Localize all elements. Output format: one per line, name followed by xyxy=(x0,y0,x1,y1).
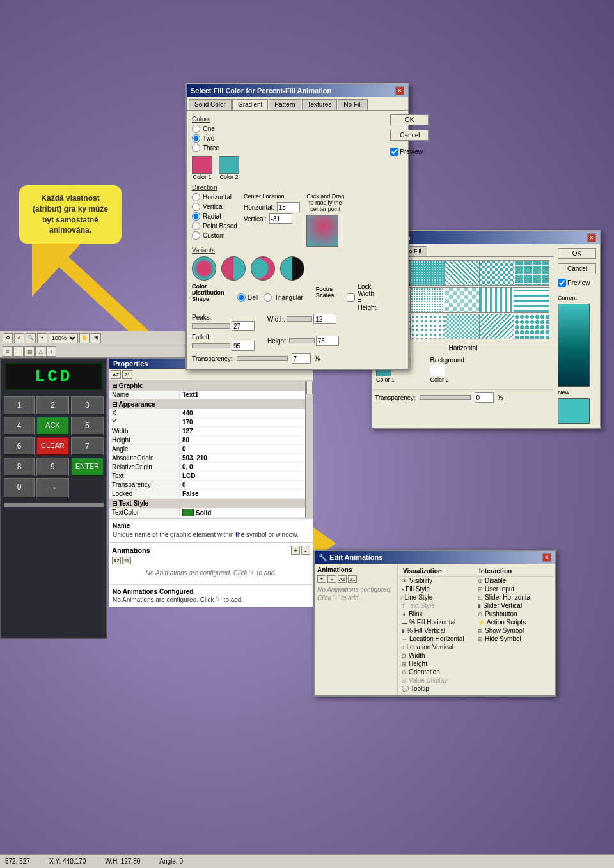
pat-13[interactable] xyxy=(445,314,480,339)
int-show[interactable]: ⊞ Show Symbol xyxy=(476,626,553,635)
lock-width-cb[interactable]: Lock Width = Height xyxy=(347,283,376,311)
tab-pattern[interactable]: Pattern xyxy=(269,99,301,110)
scroll-thumb[interactable] xyxy=(306,382,313,394)
vis-height[interactable]: ⊞ Height xyxy=(400,660,476,668)
pat-8[interactable] xyxy=(445,287,480,313)
vis-fill-v[interactable]: ▮ % Fill Vertical xyxy=(400,626,476,635)
fill-ok-btn[interactable]: OK xyxy=(390,114,429,125)
center-drag-preview[interactable] xyxy=(306,215,338,247)
tab-textures[interactable]: Textures xyxy=(302,99,338,110)
dir-vertical[interactable]: Vertical xyxy=(192,203,237,211)
anim-remove-btn[interactable]: - xyxy=(301,546,310,555)
anim-cancel-btn[interactable]: Cancel xyxy=(558,263,596,274)
align-btn-2[interactable]: ⫶ xyxy=(13,346,24,357)
key-ack[interactable]: ACK xyxy=(36,417,69,435)
edit-anim-close[interactable]: × xyxy=(542,553,551,562)
vis-loc-h[interactable]: ↔ Location Horizontal xyxy=(400,635,476,643)
section-text-style[interactable]: ⊟ Text Style xyxy=(109,499,313,508)
align-btn-3[interactable]: ▦ xyxy=(24,346,35,357)
falloff-input[interactable] xyxy=(232,341,255,351)
align-btn-5[interactable]: T xyxy=(46,346,56,357)
key-5[interactable]: 5 xyxy=(71,417,104,435)
anim-pattern-close[interactable]: × xyxy=(587,233,596,242)
key-2[interactable]: 2 xyxy=(36,396,69,415)
bell-radio[interactable]: Bell xyxy=(237,283,259,311)
vis-blink[interactable]: ★ Blink xyxy=(400,610,476,618)
tool-btn-3[interactable]: 🔍 xyxy=(26,333,36,343)
pat-15[interactable] xyxy=(514,314,549,339)
align-btn-1[interactable]: ≡ xyxy=(3,346,13,357)
peaks-input[interactable] xyxy=(232,321,255,331)
int-action[interactable]: ⚡ Action Scripts xyxy=(476,618,553,626)
vis-fill-h[interactable]: ▬ % Fill Horizontal xyxy=(400,618,476,626)
anim-transparency-input[interactable] xyxy=(475,392,494,403)
pat-3[interactable] xyxy=(445,260,480,286)
variant-1[interactable] xyxy=(192,256,216,281)
key-6[interactable]: 6 xyxy=(4,437,35,456)
section-appearance[interactable]: ⊟ Appearance xyxy=(109,399,313,409)
color1-swatch[interactable] xyxy=(192,156,212,174)
props-scrollbar[interactable] xyxy=(305,381,313,518)
pat-5[interactable] xyxy=(514,260,549,286)
dir-radial[interactable]: Radial xyxy=(192,212,237,221)
key-7[interactable]: 7 xyxy=(71,437,104,456)
height-input[interactable] xyxy=(316,336,339,346)
radio-two[interactable]: Two xyxy=(192,134,376,143)
variant-3[interactable] xyxy=(251,256,275,281)
tab-no-fill[interactable]: No Fill xyxy=(338,99,367,110)
int-slider-h[interactable]: ⊟ Slider Horizontal xyxy=(476,593,553,601)
int-slider-v[interactable]: ▮ Slider Vertical xyxy=(476,601,553,610)
vis-value-display[interactable]: ⊟ Value Display xyxy=(400,676,476,685)
tab-solid-color[interactable]: Solid Color xyxy=(189,99,232,110)
tab-gradient[interactable]: Gradient xyxy=(232,99,268,110)
horizontal-input[interactable] xyxy=(277,202,300,212)
tool-btn-4[interactable]: + xyxy=(37,333,47,343)
key-arrow[interactable]: → xyxy=(36,478,69,498)
zoom-select[interactable]: 100% xyxy=(49,333,78,343)
anim-preview-cb[interactable]: Preview xyxy=(558,279,590,287)
edit-anim-minus[interactable]: - xyxy=(327,575,336,583)
vis-tooltip[interactable]: 💬 Tooltip xyxy=(400,685,476,693)
vis-text-style[interactable]: T Text Style xyxy=(400,601,476,610)
key-9[interactable]: 9 xyxy=(36,458,69,476)
align-btn-4[interactable]: △ xyxy=(35,346,45,357)
key-1[interactable]: 1 xyxy=(4,396,35,415)
fill-dialog-close[interactable]: × xyxy=(395,86,404,95)
vis-width[interactable]: ⊡ Width xyxy=(400,651,476,660)
dir-point-based[interactable]: Point Based xyxy=(192,222,237,230)
peaks-slider[interactable] xyxy=(192,323,230,329)
int-hide[interactable]: ⊟ Hide Symbol xyxy=(476,635,553,643)
variant-2[interactable] xyxy=(221,256,246,281)
tool-btn-hand[interactable]: ✋ xyxy=(79,333,90,343)
anim-add-btn[interactable]: + xyxy=(291,546,300,555)
pat-9[interactable] xyxy=(479,287,515,313)
key-enter[interactable]: ENTER xyxy=(71,458,104,476)
height-slider[interactable] xyxy=(289,338,315,343)
edit-anim-add[interactable]: + xyxy=(317,575,326,583)
vis-fill-style[interactable]: ▪ Fill Style xyxy=(400,585,476,593)
tool-btn-grid[interactable]: ⊞ xyxy=(91,333,101,343)
falloff-slider[interactable] xyxy=(192,343,230,348)
anim-transparency-slider[interactable] xyxy=(420,395,471,400)
props-sort-az[interactable]: AZ xyxy=(111,370,121,379)
pat-4[interactable] xyxy=(479,260,515,286)
anim-ok-btn[interactable]: OK xyxy=(558,248,596,259)
variant-4[interactable] xyxy=(280,256,304,281)
color2-swatch[interactable] xyxy=(219,156,239,174)
anim-sort-21[interactable]: 21 xyxy=(122,557,131,564)
width-slider[interactable] xyxy=(287,316,312,322)
vis-line-style[interactable]: ∕ Line Style xyxy=(400,593,476,601)
section-graphic[interactable]: ⊟ Graphic xyxy=(109,381,313,391)
vis-orientation[interactable]: ⊙ Orientation xyxy=(400,668,476,676)
props-sort-num[interactable]: 21 xyxy=(122,370,132,379)
edit-anim-sort-az[interactable]: AZ xyxy=(338,575,347,583)
transparency-slider[interactable] xyxy=(237,356,288,361)
vis-visibility[interactable]: 👁 Visibility xyxy=(400,577,476,585)
anim-sort-az[interactable]: AZ xyxy=(112,557,121,564)
fill-cancel-btn[interactable]: Cancel xyxy=(390,130,429,141)
key-4[interactable]: 4 xyxy=(4,417,35,435)
bg-swatch[interactable] xyxy=(430,364,445,376)
key-0[interactable]: 0 xyxy=(4,478,35,498)
tool-btn-2[interactable]: ✓ xyxy=(14,333,24,343)
dir-horizontal[interactable]: Horizontal xyxy=(192,193,237,201)
